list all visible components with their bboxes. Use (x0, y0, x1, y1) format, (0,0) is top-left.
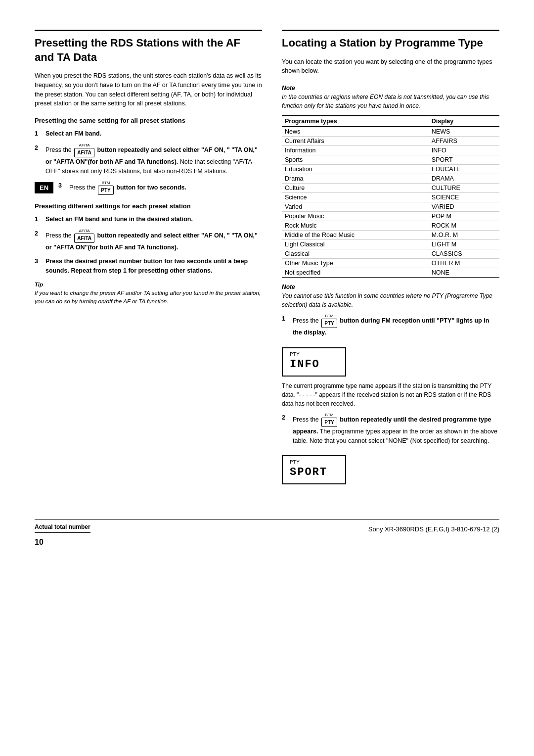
table-row: Middle of the Road MusicM.O.R. M (282, 231, 499, 240)
step-number: 1 (282, 314, 289, 337)
display-cell: EDUCATE (429, 165, 499, 174)
note2-block: Note You cannot use this function in som… (282, 283, 499, 309)
right-title: Locating a Station by Programme Type (282, 30, 499, 50)
btn-top-label: BTM (325, 413, 334, 417)
step-number: 2 (35, 143, 42, 176)
btn-top-label: BTM (325, 314, 334, 318)
note2-text: You cannot use this function in some cou… (282, 291, 499, 309)
col-display: Display (429, 116, 499, 127)
table-row: Rock MusicROCK M (282, 221, 499, 231)
left-step-1: 1 Select an FM band. (35, 129, 262, 139)
right-step-2: 2 Press the BTM PTY button repeatedly un… (282, 413, 499, 446)
btn-box-label: AF/TA (74, 148, 94, 157)
display-cell: AFFAIRS (429, 137, 499, 146)
pty-label-2: PTY (290, 459, 338, 465)
table-row: ScienceSCIENCE (282, 193, 499, 202)
programme-type-cell: Information (282, 146, 429, 155)
display-cell: DRAMA (429, 174, 499, 184)
display-cell: VARIED (429, 202, 499, 212)
step-content: Press the BTM PTY button repeatedly unti… (293, 413, 499, 446)
btn-box-label: PTY (321, 319, 337, 328)
table-row: ClassicalCLASSICS (282, 249, 499, 259)
tip-title: Tip (35, 281, 262, 289)
step-content: Select an FM band. (45, 129, 262, 139)
btn-box-label: PTY (98, 186, 113, 195)
step-content: Press the BTM PTY button during FM recep… (293, 314, 499, 337)
programme-type-cell: Not specified (282, 268, 429, 278)
programme-type-cell: Rock Music (282, 221, 429, 231)
step-text: Select an FM band. (45, 130, 101, 137)
programme-type-cell: Sports (282, 155, 429, 165)
programme-types-table: Programme types Display NewsNEWSCurrent … (282, 115, 499, 278)
note1-text: In the countries or regions where EON da… (282, 93, 499, 110)
step-text-before: Press the (293, 317, 320, 324)
table-row: VariedVARIED (282, 202, 499, 212)
step-bold-text: Press the desired preset number button f… (45, 258, 248, 274)
step-number: 3 (35, 257, 42, 276)
footer-right: Sony XR-3690RDS (E,F,G,I) 3-810-679-12 (… (368, 525, 499, 533)
pty-button-r2: BTM PTY (321, 413, 337, 427)
step-content: Select an FM band and tune in the desire… (45, 215, 262, 224)
btn-top-label: BTM (102, 181, 110, 185)
afta-button: AF/TA AF/TA (74, 143, 94, 157)
step-content: Press the AF/TA AF/TA button repeatedly … (45, 229, 262, 252)
en-badge: EN (35, 182, 53, 193)
display-cell: SCIENCE (429, 193, 499, 202)
right-column: Locating a Station by Programme Type You… (282, 30, 499, 489)
step-text-before: Press the (45, 146, 73, 153)
col-programme-types: Programme types (282, 116, 429, 127)
left-intro: When you preset the RDS stations, the un… (35, 71, 262, 108)
programme-type-cell: Popular Music (282, 212, 429, 221)
step-content: Press the AF/TA AF/TA button repeatedly … (45, 143, 262, 176)
display-cell: ROCK M (429, 221, 499, 231)
display-cell: INFO (429, 146, 499, 155)
display-cell: CLASSICS (429, 249, 499, 259)
two-column-layout: Presetting the RDS Stations with the AF … (35, 30, 499, 489)
left-s2-step-3: 3 Press the desired preset number button… (35, 257, 262, 276)
step-number: 2 (282, 413, 289, 446)
step-number: 1 (35, 215, 42, 224)
tip-text: If you want to change the preset AF and/… (35, 289, 262, 306)
table-row: SportsSPORT (282, 155, 499, 165)
right-step-1: 1 Press the BTM PTY button during FM rec… (282, 314, 499, 337)
pty-label-1: PTY (290, 351, 338, 357)
pty-button-r1: BTM PTY (321, 314, 337, 328)
display-box-1: PTY INFO (282, 347, 346, 377)
left-title: Presetting the RDS Stations with the AF … (35, 30, 262, 64)
btn-box-label: AF/TA (74, 234, 94, 243)
table-row: Light ClassicalLIGHT M (282, 240, 499, 249)
display1-note: The current programme type name appears … (282, 381, 499, 408)
display-box-2: PTY SPORT (282, 455, 346, 484)
step-text-before: Press the (45, 232, 73, 239)
left-s2-step-2: 2 Press the AF/TA AF/TA button repeatedl… (35, 229, 262, 252)
left-step-2: 2 Press the AF/TA AF/TA button repeatedl… (35, 143, 262, 176)
display-cell: CULTURE (429, 184, 499, 193)
left-column: Presetting the RDS Stations with the AF … (35, 30, 262, 489)
step-bold-text: Select an FM band and tune in the desire… (45, 216, 193, 223)
note2-title: Note (282, 283, 499, 291)
display-text-1: INFO (290, 358, 320, 371)
programme-type-cell: Varied (282, 202, 429, 212)
programme-type-cell: Current Affairs (282, 137, 429, 146)
actual-total-label: Actual total number (35, 523, 90, 533)
right-intro: You can locate the station you want by s… (282, 57, 499, 76)
table-row: Other Music TypeOTHER M (282, 259, 499, 268)
table-row: InformationINFO (282, 146, 499, 155)
display-cell: NEWS (429, 127, 499, 137)
footer-left: Actual total number (35, 523, 90, 533)
programme-type-cell: Classical (282, 249, 429, 259)
programme-type-cell: Drama (282, 174, 429, 184)
table-row: DramaDRAMA (282, 174, 499, 184)
table-row: Popular MusicPOP M (282, 212, 499, 221)
display-cell: OTHER M (429, 259, 499, 268)
table-row: Not specifiedNONE (282, 268, 499, 278)
step-number: 1 (35, 129, 42, 139)
section2-title: Presetting different settings for each p… (35, 202, 262, 211)
display-cell: NONE (429, 268, 499, 278)
page-wrapper: Presetting the RDS Stations with the AF … (35, 30, 499, 547)
afta-button-2: AF/TA AF/TA (74, 229, 94, 243)
tip-block: Tip If you want to change the preset AF … (35, 281, 262, 306)
pty-button: BTM PTY (98, 181, 113, 195)
btn-top-label: AF/TA (79, 143, 90, 147)
table-row: CultureCULTURE (282, 184, 499, 193)
